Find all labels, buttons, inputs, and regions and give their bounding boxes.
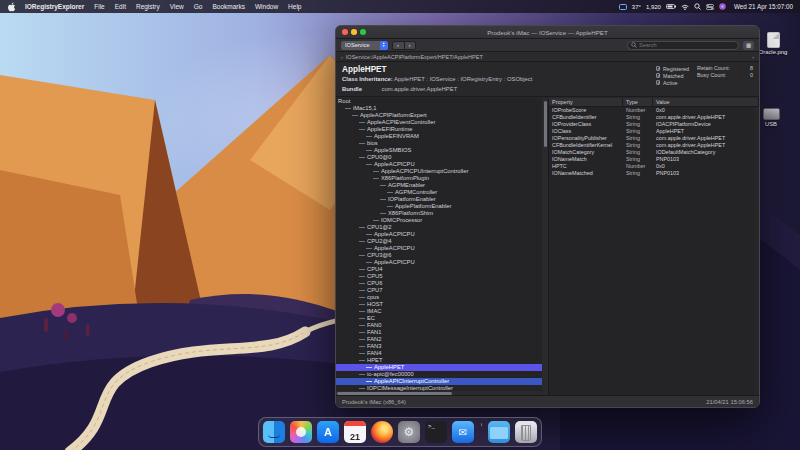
tree-row[interactable]: AppleACPIEventController: [336, 119, 542, 126]
tree-row[interactable]: IOPlatformEnabler: [336, 196, 542, 203]
tree-row[interactable]: AppleACPICPU: [336, 161, 542, 168]
search-field[interactable]: [627, 41, 739, 50]
menu-item[interactable]: Help: [283, 0, 306, 13]
tree-row[interactable]: HPET: [336, 357, 542, 364]
tree-row[interactable]: io-apic@fec00000: [336, 371, 542, 378]
column-property[interactable]: Property: [549, 98, 623, 106]
zoom-button[interactable]: [360, 29, 366, 35]
back-button[interactable]: ‹: [393, 42, 404, 49]
table-row[interactable]: IOPersonalityPublisher String com.apple.…: [549, 135, 759, 142]
tree-row[interactable]: FAN3: [336, 343, 542, 350]
menu-item[interactable]: View: [165, 0, 189, 13]
tree-row[interactable]: AppleEFIRuntime: [336, 126, 542, 133]
panel-toggle-button[interactable]: ▦: [743, 41, 754, 50]
breadcrumb-right-icon[interactable]: ›: [752, 54, 754, 60]
search-input[interactable]: [639, 42, 735, 48]
wifi-icon[interactable]: [681, 4, 689, 10]
tree-row[interactable]: FAN2: [336, 336, 542, 343]
menubar-clock[interactable]: Wed 21 Apr 15:07:00: [731, 3, 793, 10]
apple-menu-icon[interactable]: [7, 2, 16, 12]
title-bar[interactable]: Prodeok's iMac — IOService — AppleHPET: [336, 26, 759, 39]
dock-icon-mail[interactable]: ✉: [452, 421, 474, 443]
menu-item[interactable]: Registry: [131, 0, 165, 13]
breadcrumb-path[interactable]: IOService:/AppleACPIPlatformExpert/HPET/…: [346, 54, 749, 60]
minimize-button[interactable]: [351, 29, 357, 35]
search-icon[interactable]: [694, 3, 701, 10]
dock-icon-firefox[interactable]: [371, 421, 393, 443]
dock-icon-trash[interactable]: [515, 421, 537, 443]
column-value[interactable]: Value: [653, 98, 759, 106]
tree-row[interactable]: FAN1: [336, 329, 542, 336]
dock-icon-downloads-folder[interactable]: [488, 421, 510, 443]
dock-icon-photos[interactable]: [290, 421, 312, 443]
dock-icon-terminal[interactable]: >_: [425, 421, 447, 443]
plane-popup-button[interactable]: IOService ▲▼: [341, 41, 388, 50]
menu-item[interactable]: Go: [189, 0, 208, 13]
battery-icon[interactable]: [666, 4, 676, 9]
table-row[interactable]: IOProbeScore Number 0x0: [549, 107, 759, 114]
tree-row[interactable]: FAN4: [336, 350, 542, 357]
menu-item[interactable]: Bookmarks: [207, 0, 250, 13]
tree-row[interactable]: cpus: [336, 294, 542, 301]
tree-row[interactable]: AppleEFINVRAM: [336, 133, 542, 140]
table-row[interactable]: IOClass String AppleHPET: [549, 128, 759, 135]
tree-row[interactable]: AppleAPICInterruptController: [336, 378, 542, 385]
table-row[interactable]: CFBundleIdentifier String com.apple.driv…: [549, 114, 759, 121]
tree-row[interactable]: ApplePlatformEnabler: [336, 203, 542, 210]
tree-row[interactable]: iMac15,1: [336, 105, 542, 112]
tree-row[interactable]: AGPMEnabler: [336, 182, 542, 189]
tree-row[interactable]: IOMCProcessor: [336, 217, 542, 224]
tree-row[interactable]: AppleACPIPlatformExpert: [336, 112, 542, 119]
tree-row[interactable]: CPU2@4: [336, 238, 542, 245]
siri-icon[interactable]: [719, 3, 726, 10]
dock-icon-finder[interactable]: [263, 421, 285, 443]
tree-row[interactable]: CPU7: [336, 287, 542, 294]
table-row[interactable]: IOMatchCategory String IODefaultMatchCat…: [549, 149, 759, 156]
table-vertical-scrollbar[interactable]: [754, 107, 759, 395]
flag-checkbox[interactable]: [656, 66, 661, 71]
dock-icon-calendar[interactable]: 21: [344, 421, 366, 443]
tree-row[interactable]: AppleACPICPU: [336, 259, 542, 266]
table-row[interactable]: IOProviderClass String IOACPIPlatformDev…: [549, 121, 759, 128]
menu-item[interactable]: File: [89, 0, 109, 13]
column-type[interactable]: Type: [623, 98, 653, 106]
flag-checkbox[interactable]: [656, 80, 661, 85]
tree-row[interactable]: IMAC: [336, 308, 542, 315]
table-row[interactable]: IONameMatched String PNP0103: [549, 170, 759, 177]
tree-scrollbar-thumb[interactable]: [544, 101, 548, 147]
table-row[interactable]: IONameMatch String PNP0103: [549, 156, 759, 163]
menu-item[interactable]: Window: [250, 0, 283, 13]
tree-row[interactable]: CPU1@2: [336, 224, 542, 231]
tree-row[interactable]: FAN0: [336, 322, 542, 329]
dock-icon-app-store[interactable]: A: [317, 421, 339, 443]
tree-row[interactable]: AGPMController: [336, 189, 542, 196]
tree-row[interactable]: AppleHPET: [336, 364, 542, 371]
tree-row[interactable]: AppleACPICPU: [336, 245, 542, 252]
display-icon[interactable]: [619, 4, 627, 10]
tree-row[interactable]: AppleACPICPU: [336, 231, 542, 238]
tree-row[interactable]: CPU4: [336, 266, 542, 273]
table-row[interactable]: HPTC Number 0x0: [549, 163, 759, 170]
tree-row[interactable]: HOST: [336, 301, 542, 308]
tree-row[interactable]: CPU3@6: [336, 252, 542, 259]
close-button[interactable]: [342, 29, 348, 35]
tree-row[interactable]: EC: [336, 315, 542, 322]
breadcrumb-left-icon[interactable]: ‹: [341, 54, 343, 60]
flag-checkbox[interactable]: [656, 73, 661, 78]
temperature-widget[interactable]: 37°: [632, 4, 641, 10]
forward-button[interactable]: ›: [404, 42, 415, 49]
tree-row[interactable]: AppleACPICPUInterruptController: [336, 168, 542, 175]
tree-row[interactable]: bios: [336, 140, 542, 147]
tree-row[interactable]: X86PlatformPlugin: [336, 175, 542, 182]
tree-row[interactable]: CPU6: [336, 280, 542, 287]
tree-row[interactable]: AppleSMBIOS: [336, 147, 542, 154]
menu-item[interactable]: Edit: [110, 0, 131, 13]
dock-icon-system-preferences[interactable]: ⚙: [398, 421, 420, 443]
tree-row[interactable]: CPU0@0: [336, 154, 542, 161]
tree-row[interactable]: CPU5: [336, 273, 542, 280]
control-center-icon[interactable]: [706, 4, 714, 10]
tree-vertical-scrollbar[interactable]: [542, 98, 548, 395]
tree-row[interactable]: Root: [336, 98, 542, 105]
table-row[interactable]: CFBundleIdentifierKernel String com.appl…: [549, 142, 759, 149]
tree-row[interactable]: X86PlatformShim: [336, 210, 542, 217]
